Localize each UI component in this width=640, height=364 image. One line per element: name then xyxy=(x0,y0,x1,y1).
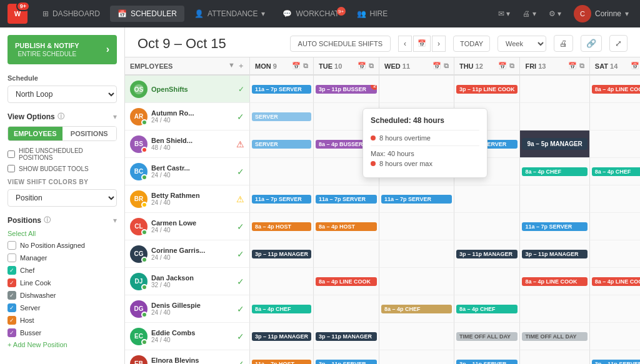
eddie-sat[interactable] xyxy=(590,323,640,350)
bert-mon[interactable] xyxy=(250,158,314,185)
corinne-sat[interactable] xyxy=(590,240,640,268)
shift-tag[interactable]: 3p – 11p MANAGER xyxy=(522,250,587,258)
auto-schedule-button[interactable]: AUTO SCHEDULE SHIFTS xyxy=(290,36,391,52)
betty-wed[interactable]: 11a – 7p SERVER xyxy=(379,185,454,213)
position-no-assignment[interactable]: No Position Assigned xyxy=(8,241,117,250)
elnora-wed[interactable] xyxy=(379,350,454,364)
shift-tag[interactable]: 8a – 4p LINE COOK xyxy=(592,277,640,286)
add-position-link[interactable]: + Add New Position xyxy=(8,341,117,348)
carmen-fri[interactable]: 11a – 7p SERVER xyxy=(520,213,589,240)
corinne-fri[interactable]: 3p – 11p MANAGER xyxy=(520,240,589,268)
shift-tag[interactable]: 3p – 11p BUSSER2 xyxy=(316,85,377,94)
eddie-wed[interactable] xyxy=(379,323,454,350)
openshift-wed[interactable] xyxy=(379,76,454,103)
next-week-button[interactable]: › xyxy=(432,36,446,52)
nav-hire[interactable]: 👥 HIRE xyxy=(349,6,396,22)
calendar-picker-button[interactable]: 📅 xyxy=(413,36,431,52)
corinne-mon[interactable]: 3p – 11p MANAGER xyxy=(250,240,314,268)
shift-tag[interactable]: 8a – 4p HOST xyxy=(252,222,311,231)
shift-tag[interactable]: 3p – 11p SERVER xyxy=(592,360,640,365)
print-button[interactable]: 🖨 xyxy=(554,35,573,52)
schedule-select[interactable]: North Loop xyxy=(8,86,117,103)
positions-toggle-button[interactable]: POSITIONS xyxy=(62,127,117,140)
time-off-tag-thu[interactable]: TIME OFF ALL DAY xyxy=(456,332,518,341)
nav-user[interactable]: C Corinne ▾ xyxy=(570,1,632,26)
dan-sat[interactable]: 8a – 4p LINE COOK xyxy=(590,268,640,295)
nav-print[interactable]: 🖨 ▾ xyxy=(519,6,539,22)
shift-tag[interactable]: 8a – 4p CHEF xyxy=(252,305,311,313)
shift-tag[interactable]: 8a – 4p LINE COOK xyxy=(316,277,377,286)
shift-tag[interactable]: 11a – 7p SERVER xyxy=(316,195,377,204)
filter-icon[interactable]: ▼ xyxy=(228,61,235,71)
betty-fri[interactable] xyxy=(520,185,589,213)
denis-mon[interactable]: 8a – 4p CHEF xyxy=(250,295,314,323)
elnora-sat[interactable]: 3p – 11p SERVER xyxy=(590,350,640,364)
bert-sat[interactable]: 8a – 4p CHEF xyxy=(590,158,640,185)
bert-fri[interactable]: 8a – 4p CHEF xyxy=(520,158,589,185)
nav-scheduler[interactable]: 📅 SCHEDULER xyxy=(110,6,184,22)
dan-fri[interactable]: 8a – 4p LINE COOK xyxy=(520,268,589,295)
elnora-mon[interactable]: 11a – 7p HOST xyxy=(250,350,314,364)
corinne-tue[interactable] xyxy=(314,240,379,268)
shift-tag[interactable]: 8a – 4p CHEF xyxy=(522,167,587,176)
ben-fri[interactable]: 9a – 5p MANAGER xyxy=(520,130,589,158)
eddie-thu[interactable]: TIME OFF ALL DAY xyxy=(454,323,521,350)
position-line-cook[interactable]: ✓ Line Cook xyxy=(8,278,117,287)
openshift-fri[interactable] xyxy=(520,76,589,103)
hide-unscheduled-row[interactable]: HIDE UNSCHEDULED POSITIONS xyxy=(8,147,117,161)
denis-fri[interactable] xyxy=(520,295,589,323)
carmen-wed[interactable] xyxy=(379,213,454,240)
nav-attendance[interactable]: 👤 ATTENDANCE ▾ xyxy=(187,6,272,22)
denis-wed[interactable]: 8a – 4p CHEF xyxy=(379,295,454,323)
carmen-sat[interactable] xyxy=(590,213,640,240)
view-shift-select[interactable]: Position xyxy=(8,189,117,207)
shift-tag[interactable]: 8a – 4p HOST xyxy=(316,222,377,231)
position-server[interactable]: ✓ Server xyxy=(8,303,117,312)
openshift-sat[interactable]: 8a – 4p LINE COOK xyxy=(590,76,640,103)
position-dishwasher[interactable]: ✓ Dishwasher xyxy=(8,291,117,300)
elnora-tue[interactable]: 3p – 11p SERVER xyxy=(314,350,379,364)
shift-tag[interactable]: 11a – 7p SERVER xyxy=(252,85,311,94)
betty-sat[interactable] xyxy=(590,185,640,213)
position-manager[interactable]: Manager xyxy=(8,253,117,262)
openshift-mon[interactable]: 11a – 7p SERVER xyxy=(250,76,314,103)
dan-wed[interactable] xyxy=(379,268,454,295)
betty-tue[interactable]: 11a – 7p SERVER xyxy=(314,185,379,213)
nav-dashboard[interactable]: ⊞ DASHBOARD xyxy=(35,6,108,22)
publish-notify-button[interactable]: PUBLISH & NOTIFY ENTIRE SCHEDULE › xyxy=(8,35,117,64)
shift-tag[interactable]: 8a – 4p CHEF xyxy=(456,305,518,313)
nav-workchat[interactable]: 💬 WORKCHAT 9+ xyxy=(275,6,346,22)
shift-tag[interactable]: 11a – 7p HOST xyxy=(252,360,311,365)
eddie-tue[interactable]: 3p – 11p MANAGER xyxy=(314,323,379,350)
nav-messages[interactable]: ✉ ▾ xyxy=(494,6,514,22)
eddie-mon[interactable]: 3p – 11p MANAGER xyxy=(250,323,314,350)
position-checkbox-chef[interactable]: ✓ xyxy=(8,266,16,275)
dan-mon[interactable] xyxy=(250,268,314,295)
select-all-link[interactable]: Select All xyxy=(8,230,117,237)
eddie-fri[interactable]: TIME OFF ALL DAY xyxy=(520,323,589,350)
elnora-fri[interactable] xyxy=(520,350,589,364)
position-chef[interactable]: ✓ Chef xyxy=(8,266,117,275)
prev-week-button[interactable]: ‹ xyxy=(398,36,412,52)
shift-tag[interactable]: 3p – 11p LINE COOK xyxy=(456,85,518,94)
shift-tag[interactable]: 11a – 7p SERVER xyxy=(381,195,452,204)
corinne-wed[interactable] xyxy=(379,240,454,268)
ben-sat[interactable] xyxy=(590,130,640,158)
add-employee-icon[interactable]: ＋ xyxy=(238,61,244,71)
position-host[interactable]: ✓ Host xyxy=(8,316,117,325)
position-busser[interactable]: ✓ Busser xyxy=(8,328,117,337)
denis-thu[interactable]: 8a – 4p CHEF xyxy=(454,295,521,323)
betty-mon[interactable]: 11a – 7p SERVER xyxy=(250,185,314,213)
shift-tag[interactable]: SERVER xyxy=(252,140,311,149)
show-budget-row[interactable]: SHOW BUDGET TOOLS xyxy=(8,165,117,172)
betty-thu[interactable] xyxy=(454,185,521,213)
link-button[interactable]: 🔗 xyxy=(581,35,602,52)
shift-tag[interactable]: 3p – 11p SERVER xyxy=(456,360,518,365)
shift-tag[interactable]: 8a – 4p CHEF xyxy=(592,167,640,176)
corinne-thu[interactable]: 3p – 11p MANAGER xyxy=(454,240,521,268)
shift-tag[interactable]: 8a – 4p LINE COOK xyxy=(592,85,640,94)
view-type-select[interactable]: Week xyxy=(498,36,546,52)
openshift-tue[interactable]: 3p – 11p BUSSER2 xyxy=(314,76,379,103)
schedule-grid-container[interactable]: EMPLOYEES ▼ ＋ MON 9 📅⧉ TUE 10 📅⧉ WED 11 xyxy=(125,57,640,364)
today-button[interactable]: TODAY xyxy=(453,36,490,52)
